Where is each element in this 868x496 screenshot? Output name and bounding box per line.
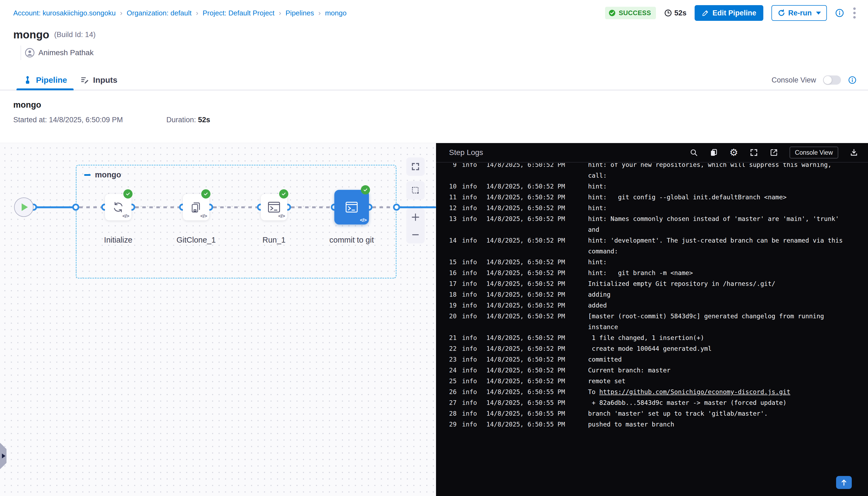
log-row: 26 info 14/8/2025, 6:50:55 PM To https:/…	[441, 386, 868, 397]
pipeline-execution-page: Account: kurosakiichigo.songoku›Organiza…	[0, 0, 868, 496]
fit-to-screen-button[interactable]	[406, 157, 425, 176]
log-timestamp: 14/8/2025, 6:50:52 PM	[486, 354, 565, 365]
stage-collapse-control[interactable]: mongo	[84, 170, 121, 179]
page-title: mongo	[13, 29, 49, 41]
log-level: info	[462, 181, 478, 192]
pipeline-canvas[interactable]: mongo </>Initialize</>GitClone_1</>Run_1…	[0, 143, 436, 496]
open-external-icon[interactable]	[770, 148, 778, 157]
log-line-number: 10	[441, 181, 456, 192]
more-options-kebab[interactable]	[852, 7, 857, 19]
console-view-info-icon[interactable]	[848, 76, 857, 84]
log-line-number: 11	[441, 192, 456, 203]
edit-pipeline-button[interactable]: Edit Pipeline	[695, 5, 763, 21]
top-bar-actions: SUCCESS 52s Edit Pipeline Re-run	[605, 5, 857, 21]
console-view-control: Console View	[772, 75, 857, 84]
scroll-to-top-button[interactable]	[836, 476, 852, 489]
info-icon[interactable]	[835, 9, 844, 18]
tab-pipeline[interactable]: Pipeline	[16, 70, 74, 90]
breadcrumb-link[interactable]: mongo	[325, 9, 347, 17]
tab-inputs[interactable]: Inputs	[74, 70, 124, 90]
log-message: 1 file changed, 1 insertion(+)	[588, 332, 868, 343]
log-message: branch 'master' set up to track 'gitlab/…	[588, 408, 868, 419]
code-badge: </>	[123, 213, 129, 219]
search-icon[interactable]	[689, 148, 698, 157]
plus-icon	[410, 212, 420, 222]
left-panel-expand-handle[interactable]	[0, 443, 6, 469]
log-level: info	[462, 386, 478, 397]
pipeline-step-run_1[interactable]: </>Run_1	[233, 194, 314, 220]
log-line-number: 25	[441, 376, 456, 386]
log-line-number: 27	[441, 397, 456, 408]
log-row: 13 info 14/8/2025, 6:50:52 PM hint: Name…	[441, 213, 868, 235]
git-clone-icon	[189, 200, 203, 215]
log-level: info	[462, 365, 478, 376]
log-toolbar: ⚙ Console View	[689, 146, 858, 158]
selection-mode-button[interactable]	[406, 181, 425, 200]
step-box[interactable]: </>	[334, 190, 369, 224]
log-row: 27 info 14/8/2025, 6:50:55 PM + 82a6dbb.…	[441, 397, 868, 408]
step-box[interactable]: </>	[183, 194, 210, 220]
code-badge: </>	[278, 213, 285, 219]
log-message: hint: Names commonly chosen instead of '…	[588, 213, 868, 235]
breadcrumb-link[interactable]: Project: Default Project	[203, 9, 275, 17]
log-timestamp: 14/8/2025, 6:50:52 PM	[486, 332, 565, 343]
inputs-icon	[80, 75, 89, 84]
log-timestamp: 14/8/2025, 6:50:55 PM	[486, 397, 565, 408]
step-success-badge	[123, 189, 133, 199]
run-started-at: Started at: 14/8/2025, 6:50:09 PM	[13, 116, 166, 124]
settings-gear-icon[interactable]: ⚙	[729, 148, 738, 157]
collapse-minus-icon[interactable]	[84, 174, 91, 176]
log-level: info	[462, 192, 478, 203]
step-success-badge	[279, 189, 288, 199]
breadcrumb-link[interactable]: Account: kurosakiichigo.songoku	[13, 9, 116, 17]
log-timestamp: 14/8/2025, 6:50:52 PM	[486, 203, 565, 213]
log-line-number: 13	[441, 213, 456, 224]
log-level: info	[462, 332, 478, 343]
console-view-toggle[interactable]	[823, 75, 841, 84]
log-row: 16 info 14/8/2025, 6:50:52 PM hint: git …	[441, 267, 868, 278]
fit-screen-icon	[411, 162, 420, 171]
rerun-button[interactable]: Re-run	[772, 5, 827, 21]
title-row: mongo (Build Id: 14)	[0, 28, 868, 42]
zoom-in-button[interactable]	[410, 212, 420, 222]
minus-icon	[410, 230, 420, 239]
log-row: 24 info 14/8/2025, 6:50:52 PM Current br…	[441, 365, 868, 376]
run-name: mongo	[13, 100, 868, 110]
log-message: + 82a6dbb...5843d9c master -> master (fo…	[588, 397, 868, 408]
log-row: 11 info 14/8/2025, 6:50:52 PM hint: git …	[441, 192, 868, 203]
log-line-number: 17	[441, 278, 456, 289]
log-link[interactable]: https://github.com/Sonichigo/economy-dis…	[600, 388, 790, 396]
top-bar: Account: kurosakiichigo.songoku›Organiza…	[0, 0, 868, 26]
pipeline-step-commit-to-git[interactable]: </>commit to git	[311, 190, 392, 224]
log-message: added	[588, 300, 868, 311]
log-row: 23 info 14/8/2025, 6:50:52 PM committed	[441, 354, 868, 365]
log-level: info	[462, 397, 478, 408]
rerun-dropdown-caret[interactable]	[816, 12, 821, 15]
stage-name: mongo	[95, 170, 121, 179]
step-box[interactable]: </>	[105, 194, 131, 220]
console-view-button[interactable]: Console View	[790, 146, 838, 158]
log-level: info	[462, 311, 478, 322]
breadcrumb-link[interactable]: Organization: default	[127, 9, 191, 17]
run-info: mongo Started at: 14/8/2025, 6:50:09 PM …	[0, 90, 868, 143]
breadcrumb-link[interactable]: Pipelines	[285, 9, 314, 17]
log-output[interactable]: 9 info 14/8/2025, 6:50:52 PM hint: of yo…	[436, 163, 868, 496]
pipeline-step-initialize[interactable]: </>Initialize	[78, 194, 159, 220]
step-box[interactable]: </>	[261, 194, 287, 220]
log-line-number: 19	[441, 300, 456, 311]
log-line-number: 20	[441, 311, 456, 322]
log-level: info	[462, 419, 478, 430]
fullscreen-icon[interactable]	[749, 148, 758, 157]
pipeline-step-gitclone_1[interactable]: </>GitClone_1	[156, 194, 237, 220]
log-message: hint: git branch -m <name>	[588, 267, 868, 278]
copy-icon[interactable]	[710, 148, 718, 157]
log-level: info	[462, 163, 478, 170]
log-message: remote set	[588, 376, 868, 386]
download-logs-icon[interactable]	[850, 148, 858, 157]
connector-port[interactable]	[393, 204, 400, 211]
zoom-out-button[interactable]	[410, 230, 420, 239]
log-message: adding	[588, 289, 868, 300]
log-message: pushed to master branch	[588, 419, 868, 430]
sync-icon	[111, 200, 125, 215]
pipeline-start-node[interactable]	[14, 198, 33, 217]
